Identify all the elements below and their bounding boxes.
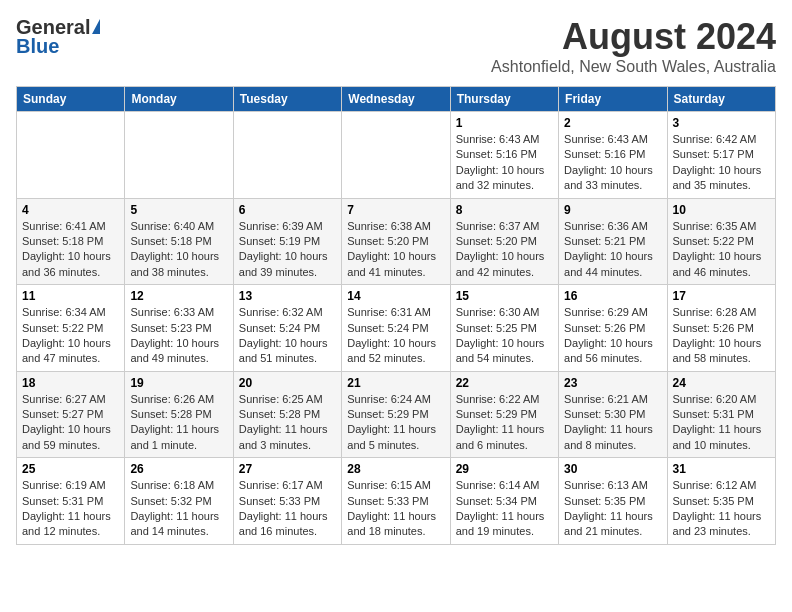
day-info: Sunrise: 6:42 AM Sunset: 5:17 PM Dayligh… <box>673 132 770 194</box>
day-number: 5 <box>130 203 227 217</box>
day-info: Sunrise: 6:18 AM Sunset: 5:32 PM Dayligh… <box>130 478 227 540</box>
day-info: Sunrise: 6:13 AM Sunset: 5:35 PM Dayligh… <box>564 478 661 540</box>
calendar-cell: 26Sunrise: 6:18 AM Sunset: 5:32 PM Dayli… <box>125 458 233 545</box>
calendar-cell: 11Sunrise: 6:34 AM Sunset: 5:22 PM Dayli… <box>17 285 125 372</box>
calendar-header-row: SundayMondayTuesdayWednesdayThursdayFrid… <box>17 87 776 112</box>
day-number: 20 <box>239 376 336 390</box>
day-info: Sunrise: 6:37 AM Sunset: 5:20 PM Dayligh… <box>456 219 553 281</box>
calendar-week-1: 1Sunrise: 6:43 AM Sunset: 5:16 PM Daylig… <box>17 112 776 199</box>
day-number: 7 <box>347 203 444 217</box>
day-number: 27 <box>239 462 336 476</box>
day-info: Sunrise: 6:32 AM Sunset: 5:24 PM Dayligh… <box>239 305 336 367</box>
calendar-cell <box>125 112 233 199</box>
calendar-cell: 15Sunrise: 6:30 AM Sunset: 5:25 PM Dayli… <box>450 285 558 372</box>
calendar-week-2: 4Sunrise: 6:41 AM Sunset: 5:18 PM Daylig… <box>17 198 776 285</box>
calendar-cell: 24Sunrise: 6:20 AM Sunset: 5:31 PM Dayli… <box>667 371 775 458</box>
day-info: Sunrise: 6:25 AM Sunset: 5:28 PM Dayligh… <box>239 392 336 454</box>
calendar-cell: 1Sunrise: 6:43 AM Sunset: 5:16 PM Daylig… <box>450 112 558 199</box>
calendar-cell: 17Sunrise: 6:28 AM Sunset: 5:26 PM Dayli… <box>667 285 775 372</box>
calendar-cell: 30Sunrise: 6:13 AM Sunset: 5:35 PM Dayli… <box>559 458 667 545</box>
day-info: Sunrise: 6:35 AM Sunset: 5:22 PM Dayligh… <box>673 219 770 281</box>
calendar-cell: 10Sunrise: 6:35 AM Sunset: 5:22 PM Dayli… <box>667 198 775 285</box>
col-header-thursday: Thursday <box>450 87 558 112</box>
day-info: Sunrise: 6:19 AM Sunset: 5:31 PM Dayligh… <box>22 478 119 540</box>
day-number: 6 <box>239 203 336 217</box>
calendar-cell: 29Sunrise: 6:14 AM Sunset: 5:34 PM Dayli… <box>450 458 558 545</box>
col-header-monday: Monday <box>125 87 233 112</box>
calendar-week-5: 25Sunrise: 6:19 AM Sunset: 5:31 PM Dayli… <box>17 458 776 545</box>
col-header-sunday: Sunday <box>17 87 125 112</box>
calendar-cell: 21Sunrise: 6:24 AM Sunset: 5:29 PM Dayli… <box>342 371 450 458</box>
day-info: Sunrise: 6:27 AM Sunset: 5:27 PM Dayligh… <box>22 392 119 454</box>
col-header-friday: Friday <box>559 87 667 112</box>
day-number: 9 <box>564 203 661 217</box>
day-info: Sunrise: 6:17 AM Sunset: 5:33 PM Dayligh… <box>239 478 336 540</box>
day-info: Sunrise: 6:39 AM Sunset: 5:19 PM Dayligh… <box>239 219 336 281</box>
day-number: 4 <box>22 203 119 217</box>
calendar-cell: 22Sunrise: 6:22 AM Sunset: 5:29 PM Dayli… <box>450 371 558 458</box>
title-block: August 2024 Ashtonfield, New South Wales… <box>491 16 776 76</box>
calendar-cell: 8Sunrise: 6:37 AM Sunset: 5:20 PM Daylig… <box>450 198 558 285</box>
day-info: Sunrise: 6:29 AM Sunset: 5:26 PM Dayligh… <box>564 305 661 367</box>
day-number: 2 <box>564 116 661 130</box>
day-info: Sunrise: 6:34 AM Sunset: 5:22 PM Dayligh… <box>22 305 119 367</box>
main-title: August 2024 <box>491 16 776 58</box>
day-number: 8 <box>456 203 553 217</box>
calendar-cell: 6Sunrise: 6:39 AM Sunset: 5:19 PM Daylig… <box>233 198 341 285</box>
calendar-cell <box>233 112 341 199</box>
day-info: Sunrise: 6:22 AM Sunset: 5:29 PM Dayligh… <box>456 392 553 454</box>
day-number: 15 <box>456 289 553 303</box>
calendar-cell: 18Sunrise: 6:27 AM Sunset: 5:27 PM Dayli… <box>17 371 125 458</box>
day-info: Sunrise: 6:40 AM Sunset: 5:18 PM Dayligh… <box>130 219 227 281</box>
day-number: 11 <box>22 289 119 303</box>
day-number: 23 <box>564 376 661 390</box>
day-number: 21 <box>347 376 444 390</box>
day-number: 29 <box>456 462 553 476</box>
calendar-cell: 4Sunrise: 6:41 AM Sunset: 5:18 PM Daylig… <box>17 198 125 285</box>
day-number: 16 <box>564 289 661 303</box>
day-number: 28 <box>347 462 444 476</box>
day-number: 13 <box>239 289 336 303</box>
calendar-cell: 12Sunrise: 6:33 AM Sunset: 5:23 PM Dayli… <box>125 285 233 372</box>
day-number: 17 <box>673 289 770 303</box>
calendar-cell: 9Sunrise: 6:36 AM Sunset: 5:21 PM Daylig… <box>559 198 667 285</box>
day-info: Sunrise: 6:14 AM Sunset: 5:34 PM Dayligh… <box>456 478 553 540</box>
col-header-saturday: Saturday <box>667 87 775 112</box>
page-header: General Blue August 2024 Ashtonfield, Ne… <box>16 16 776 76</box>
col-header-tuesday: Tuesday <box>233 87 341 112</box>
calendar-cell: 25Sunrise: 6:19 AM Sunset: 5:31 PM Dayli… <box>17 458 125 545</box>
day-number: 24 <box>673 376 770 390</box>
day-number: 10 <box>673 203 770 217</box>
calendar-cell: 14Sunrise: 6:31 AM Sunset: 5:24 PM Dayli… <box>342 285 450 372</box>
day-info: Sunrise: 6:31 AM Sunset: 5:24 PM Dayligh… <box>347 305 444 367</box>
calendar-cell <box>17 112 125 199</box>
day-info: Sunrise: 6:36 AM Sunset: 5:21 PM Dayligh… <box>564 219 661 281</box>
day-info: Sunrise: 6:43 AM Sunset: 5:16 PM Dayligh… <box>456 132 553 194</box>
calendar-week-4: 18Sunrise: 6:27 AM Sunset: 5:27 PM Dayli… <box>17 371 776 458</box>
calendar-cell: 27Sunrise: 6:17 AM Sunset: 5:33 PM Dayli… <box>233 458 341 545</box>
calendar-cell: 23Sunrise: 6:21 AM Sunset: 5:30 PM Dayli… <box>559 371 667 458</box>
day-info: Sunrise: 6:24 AM Sunset: 5:29 PM Dayligh… <box>347 392 444 454</box>
calendar-cell: 20Sunrise: 6:25 AM Sunset: 5:28 PM Dayli… <box>233 371 341 458</box>
day-info: Sunrise: 6:38 AM Sunset: 5:20 PM Dayligh… <box>347 219 444 281</box>
day-number: 12 <box>130 289 227 303</box>
calendar-cell: 5Sunrise: 6:40 AM Sunset: 5:18 PM Daylig… <box>125 198 233 285</box>
day-info: Sunrise: 6:15 AM Sunset: 5:33 PM Dayligh… <box>347 478 444 540</box>
day-number: 18 <box>22 376 119 390</box>
subtitle: Ashtonfield, New South Wales, Australia <box>491 58 776 76</box>
calendar-week-3: 11Sunrise: 6:34 AM Sunset: 5:22 PM Dayli… <box>17 285 776 372</box>
day-info: Sunrise: 6:12 AM Sunset: 5:35 PM Dayligh… <box>673 478 770 540</box>
day-info: Sunrise: 6:33 AM Sunset: 5:23 PM Dayligh… <box>130 305 227 367</box>
day-number: 22 <box>456 376 553 390</box>
day-number: 19 <box>130 376 227 390</box>
calendar-cell: 13Sunrise: 6:32 AM Sunset: 5:24 PM Dayli… <box>233 285 341 372</box>
logo: General Blue <box>16 16 100 58</box>
day-info: Sunrise: 6:30 AM Sunset: 5:25 PM Dayligh… <box>456 305 553 367</box>
calendar-cell: 19Sunrise: 6:26 AM Sunset: 5:28 PM Dayli… <box>125 371 233 458</box>
day-number: 26 <box>130 462 227 476</box>
day-info: Sunrise: 6:20 AM Sunset: 5:31 PM Dayligh… <box>673 392 770 454</box>
day-info: Sunrise: 6:43 AM Sunset: 5:16 PM Dayligh… <box>564 132 661 194</box>
col-header-wednesday: Wednesday <box>342 87 450 112</box>
day-number: 25 <box>22 462 119 476</box>
day-number: 14 <box>347 289 444 303</box>
